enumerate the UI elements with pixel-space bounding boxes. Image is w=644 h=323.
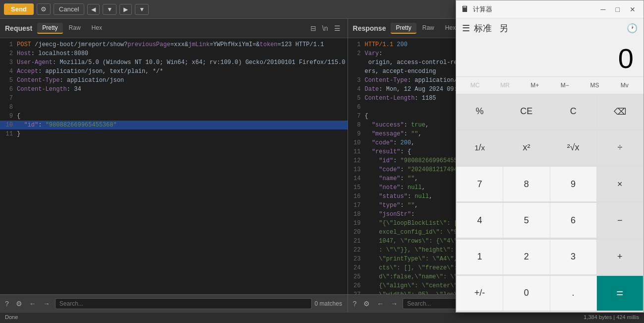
code-line-req-7: 7 [0,94,348,103]
calc-4-button[interactable]: 4 [457,203,503,238]
calc-decimal-button[interactable]: . [550,276,596,311]
code-line-req-9: 9 { [0,112,348,121]
main-area: Send ⚙ Cancel ◀ ▼ ▶ ▼ Request Pretty Raw… [0,0,644,323]
tab-response-raw[interactable]: Raw [417,23,439,34]
calc-recip-button[interactable]: 1/x [457,130,503,165]
calc-backspace-button[interactable]: ⌫ [597,94,643,129]
calc-c-button[interactable]: C [550,94,596,129]
calc-6-button[interactable]: 6 [550,203,596,238]
calc-negate-button[interactable]: +/- [457,276,503,311]
calc-minus-button[interactable]: − [597,203,643,238]
tab-request-pretty[interactable]: Pretty [37,23,62,34]
nav-next-dropdown-button[interactable]: ▼ [135,4,149,15]
calc-1-button[interactable]: 1 [457,240,503,274]
calc-buttons-grid: % CE C ⌫ 1/x x² ²√x ÷ 7 8 9 × 4 5 6 − 1 … [456,94,644,312]
calc-display-number: 0 [466,43,634,74]
tab-response-pretty[interactable]: Pretty [391,23,416,34]
calc-mode-label: 标准 另 [474,22,623,34]
resp-nav-prev-button[interactable]: ← [375,299,386,309]
calc-9-button[interactable]: 9 [550,167,596,201]
calc-square-button[interactable]: x² [503,130,549,165]
code-line-req-6: 6 Content-Length: 34 [0,85,348,94]
calc-minimize-button[interactable]: ─ [598,4,609,14]
calc-8-button[interactable]: 8 [503,167,549,201]
mem-mminus-button[interactable]: M− [550,79,580,92]
request-search-input[interactable] [55,298,312,309]
calc-app-icon: 🖩 [461,5,469,14]
req-nav-next-button[interactable]: → [41,299,52,309]
resp-settings-button[interactable]: ⚙ [361,299,372,309]
calc-plus-button[interactable]: + [597,240,643,274]
code-line-req-4: 4 Accept: application/json, text/plain, … [0,67,348,76]
calc-5-button[interactable]: 5 [503,203,549,238]
calc-0-button[interactable]: 0 [503,276,549,311]
request-match-count: 0 matches [315,300,345,307]
calc-titlebar: 🖩 计算器 ─ □ ✕ [456,0,644,18]
calc-multiply-button[interactable]: × [597,167,643,201]
calc-close-button[interactable]: ✕ [627,4,639,14]
request-bottom-bar: ? ⚙ ← → 0 matches [0,294,348,312]
request-tab-icons: ⊟ \n ☰ [308,23,343,33]
code-line-req-1: 1 POST /jeecg-boot/jmreport/show?previou… [0,40,348,49]
mem-mc-button[interactable]: MC [460,79,490,92]
status-bar: Done 1,384 bytes | 424 millis [0,312,644,323]
resp-help-button[interactable]: ? [351,299,359,309]
calc-sqrt-button[interactable]: ²√x [550,130,596,165]
code-line-req-3: 3 User-Agent: Mozilla/5.0 (Windows NT 10… [0,58,348,67]
request-header: Request Pretty Raw Hex ⊟ \n ☰ [0,19,348,38]
code-line-req-11: 11 } [0,129,348,138]
mem-mplus-button[interactable]: M+ [520,79,550,92]
mem-ms-button[interactable]: MS [580,79,609,92]
code-line-req-8: 8 [0,103,348,112]
calc-equals-button[interactable]: = [597,276,643,311]
calc-divide-button[interactable]: ÷ [597,130,643,165]
status-bytes: 1,384 bytes | 424 millis [584,314,639,322]
calc-maximize-button[interactable]: □ [613,4,623,14]
resp-nav-next-button[interactable]: → [389,299,400,309]
request-tabs: Pretty Raw Hex [37,23,308,34]
calc-percent-button[interactable]: % [457,94,503,129]
calc-3-button[interactable]: 3 [550,240,596,274]
nav-next-button[interactable]: ▶ [119,4,132,15]
calc-7-button[interactable]: 7 [457,167,503,201]
code-line-req-10: 10 "id": "980882669965455368" [0,121,348,129]
mem-mv-button[interactable]: Mv [610,79,640,92]
request-menu-button[interactable]: ☰ [332,23,343,33]
calc-title: 计算器 [473,5,594,14]
calc-display: 0 [456,38,644,76]
req-help-button[interactable]: ? [3,299,11,309]
code-line-req-2: 2 Host: localhost:8080 [0,49,348,58]
calc-memory-bar: MC MR M+ M− MS Mv [456,76,644,94]
code-line-req-5: 5 Content-Type: application/json [0,76,348,85]
calc-ce-button[interactable]: CE [503,94,549,129]
request-panel: Request Pretty Raw Hex ⊟ \n ☰ 1 POST /je… [0,19,348,312]
nav-prev-button[interactable]: ◀ [87,4,100,15]
cancel-button[interactable]: Cancel [54,3,84,15]
request-code[interactable]: 1 POST /jeecg-boot/jmreport/show?previou… [0,38,348,294]
nav-dropdown-button[interactable]: ▼ [103,4,117,15]
request-format-button[interactable]: ⊟ [308,23,318,33]
send-button[interactable]: Send [4,3,34,15]
req-settings-button[interactable]: ⚙ [14,299,24,309]
request-wrap-button[interactable]: \n [320,23,330,33]
mem-mr-button[interactable]: MR [490,79,520,92]
calc-topbar: ☰ 标准 另 🕐 [456,18,644,38]
calculator-window: 🖩 计算器 ─ □ ✕ ☰ 标准 另 🕐 0 MC MR M+ M− MS Mv [456,0,644,313]
tab-request-raw[interactable]: Raw [64,23,86,34]
status-done: Done [5,314,18,322]
calc-menu-button[interactable]: ☰ [462,23,470,34]
calc-history-button[interactable]: 🕐 [627,23,638,34]
request-title: Request [5,24,32,32]
settings-button[interactable]: ⚙ [37,3,51,15]
req-nav-prev-button[interactable]: ← [27,299,38,309]
tab-request-hex[interactable]: Hex [87,23,107,34]
calc-2-button[interactable]: 2 [503,240,549,274]
response-title: Response [353,24,386,32]
